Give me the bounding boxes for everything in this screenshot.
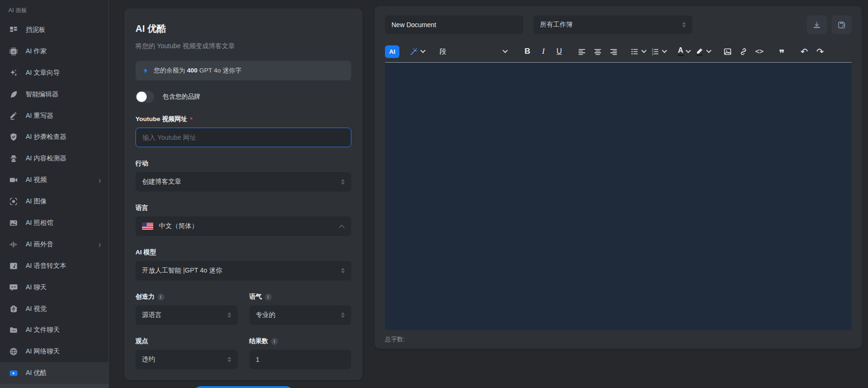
detector-icon xyxy=(8,153,19,164)
sidebar-item-ai-vision[interactable]: AI 视觉 xyxy=(0,298,108,320)
brain-icon xyxy=(8,304,19,314)
photo-gallery-icon xyxy=(8,218,19,228)
action-value: 创建博客文章 xyxy=(142,178,181,186)
sidebar-item-speech-to-text[interactable]: AI 语音转文本 xyxy=(0,255,108,277)
svg-text:3: 3 xyxy=(652,52,653,55)
pov-select[interactable]: 违约 xyxy=(135,350,238,369)
workbook-select[interactable]: 所有工作簿 xyxy=(534,15,692,34)
video-camera-icon xyxy=(8,175,19,185)
sidebar-item-ai-chat[interactable]: AI 聊天 xyxy=(0,277,108,298)
results-count-input[interactable] xyxy=(256,356,345,363)
sidebar-item-voiceover[interactable]: AI 画外音 › xyxy=(0,234,108,255)
chevron-right-icon: › xyxy=(99,175,101,185)
results-count-field xyxy=(249,350,352,369)
toggle-knob xyxy=(136,92,147,102)
youtube-url-input[interactable] xyxy=(142,134,344,141)
chevron-down-icon xyxy=(662,48,667,53)
shield-check-icon xyxy=(8,132,19,142)
sidebar-item-dashboard[interactable]: 挡泥板 xyxy=(0,19,108,41)
highlighter-icon xyxy=(695,47,704,56)
page-title: AI 优酷 xyxy=(135,22,351,35)
document-title-input[interactable] xyxy=(385,15,523,34)
align-center-button[interactable] xyxy=(591,44,605,59)
svg-text:AI: AI xyxy=(12,50,15,53)
sidebar: AI 面板 挡泥板 AI AI 作家 AI 文章向导 智能编辑器 AI 重写器 … xyxy=(0,0,109,388)
sidebar-item-label: 挡泥板 xyxy=(26,26,45,34)
info-icon[interactable]: i xyxy=(271,338,278,345)
globe-icon xyxy=(8,346,19,357)
sidebar-item-plagiarism-checker[interactable]: AI 抄袭检查器 xyxy=(0,126,108,148)
youtube-icon xyxy=(8,368,19,378)
align-left-button[interactable] xyxy=(575,44,589,59)
sidebar-item-web-chat[interactable]: AI 网络聊天 xyxy=(0,341,108,362)
sidebar-item-smart-editor[interactable]: 智能编辑器 xyxy=(0,84,108,105)
magic-wand-button[interactable] xyxy=(408,44,427,59)
lightning-bolt-icon xyxy=(142,67,149,75)
highlight-color-button[interactable] xyxy=(694,44,712,59)
sidebar-item-rewriter[interactable]: AI 重写器 xyxy=(0,105,108,127)
save-edit-icon xyxy=(837,21,846,29)
creativity-select[interactable]: 源语言 xyxy=(135,305,238,325)
info-icon[interactable]: i xyxy=(265,294,272,301)
balance-suffix: GPT 4o 迷你字 xyxy=(199,67,242,74)
sidebar-header: AI 面板 xyxy=(0,4,108,19)
audio-file-icon xyxy=(8,261,19,271)
action-select[interactable]: 创建博客文章 xyxy=(135,172,351,192)
sidebar-item-ai-youtube[interactable]: AI 优酷 xyxy=(0,362,108,384)
info-icon[interactable]: i xyxy=(157,294,164,301)
numbered-list-button[interactable]: 123 xyxy=(649,44,668,59)
paragraph-style-select[interactable]: 段 xyxy=(435,43,512,59)
save-document-button[interactable] xyxy=(832,15,852,34)
pov-label: 观点 xyxy=(135,337,238,345)
download-button[interactable] xyxy=(807,15,827,34)
sparkles-icon xyxy=(8,68,19,78)
text-color-button[interactable]: A xyxy=(676,44,692,59)
sidebar-item-label: AI 作家 xyxy=(26,47,47,56)
language-select[interactable]: 中文（简体） xyxy=(135,216,351,236)
creativity-value: 源语言 xyxy=(142,311,162,319)
align-right-button[interactable] xyxy=(606,44,620,59)
brand-toggle[interactable] xyxy=(135,91,154,103)
rich-text-editor-area[interactable] xyxy=(385,62,852,330)
numbered-list-icon: 123 xyxy=(651,47,660,56)
sidebar-item-label: AI 内容检测器 xyxy=(26,154,66,163)
generate-button[interactable]: 生成 xyxy=(192,386,294,388)
youtube-url-field xyxy=(135,128,351,147)
sidebar-item-ai-writer[interactable]: AI AI 作家 xyxy=(0,41,108,62)
folder-chat-icon xyxy=(8,325,19,335)
underline-button[interactable]: U xyxy=(552,44,566,59)
ai-tools-button[interactable]: AI xyxy=(385,45,399,58)
sidebar-item-file-chat[interactable]: AI 文件聊天 xyxy=(0,319,108,341)
bullet-list-button[interactable] xyxy=(629,44,647,59)
insert-image-button[interactable] xyxy=(721,44,735,59)
sidebar-item-label: AI 图像 xyxy=(26,197,47,206)
code-block-button[interactable]: <> xyxy=(753,44,767,59)
sidebar-item-ai-image[interactable]: AI 图像 xyxy=(0,191,108,212)
bold-button[interactable]: B xyxy=(520,44,534,59)
sidebar-item-photo-studio[interactable]: AI 照相馆 xyxy=(0,212,108,234)
sidebar-item-label: AI 抄袭检查器 xyxy=(26,133,66,141)
sidebar-item-label: AI 视频 xyxy=(26,176,47,184)
main-content: AI 优酷 将您的 Youtube 视频变成博客文章 您的余额为 400 GPT… xyxy=(109,0,868,388)
tone-label: 语气i xyxy=(249,293,352,301)
language-label: 语言 xyxy=(135,204,351,212)
insert-link-button[interactable] xyxy=(737,44,751,59)
sidebar-item-label: AI 视觉 xyxy=(26,305,47,313)
undo-button[interactable]: ↶ xyxy=(797,44,811,59)
blockquote-button[interactable]: ❞ xyxy=(775,44,789,59)
sidebar-item-content-detector[interactable]: AI 内容检测器 xyxy=(0,148,108,169)
dashboard-icon xyxy=(8,25,19,35)
chevron-down-icon xyxy=(420,48,426,53)
image-icon xyxy=(723,47,732,56)
ai-model-select[interactable]: 开放人工智能 |GPT 4o 迷你 xyxy=(135,261,351,280)
page-subtitle: 将您的 Youtube 视频变成博客文章 xyxy=(135,42,351,50)
word-count-label: 总字数: xyxy=(385,335,405,344)
workbook-value: 所有工作簿 xyxy=(540,21,573,29)
sidebar-item-ai-video[interactable]: AI 视频 › xyxy=(0,169,108,191)
results-count-label: 结果数i xyxy=(249,337,352,345)
redo-button[interactable]: ↷ xyxy=(813,44,827,59)
sidebar-item-article-wizard[interactable]: AI 文章向导 xyxy=(0,62,108,84)
italic-button[interactable]: I xyxy=(536,44,550,59)
waveform-icon xyxy=(8,239,19,250)
tone-select[interactable]: 专业的 xyxy=(249,305,352,325)
